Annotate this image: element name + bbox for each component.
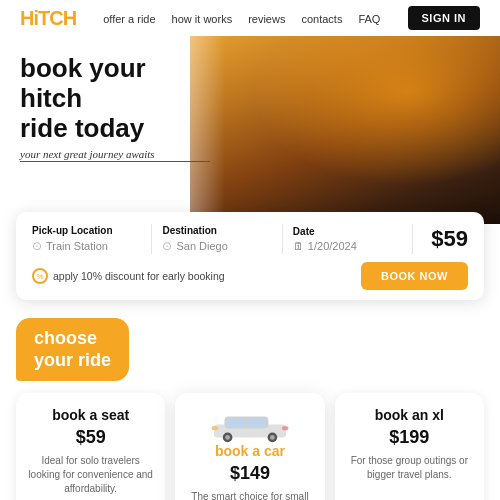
- car-description: The smart choice for small groups or fam…: [185, 490, 314, 500]
- date-field[interactable]: Date 🗓 1/20/2024: [293, 226, 402, 252]
- car-illustration: [210, 407, 290, 443]
- seat-price: $59: [76, 427, 106, 448]
- pickup-field[interactable]: Pick-up Location ⊙ Train Station: [32, 225, 141, 253]
- svg-marker-0: [190, 78, 500, 148]
- nav-faq[interactable]: FAQ: [358, 13, 380, 25]
- booking-fields: Pick-up Location ⊙ Train Station Destina…: [32, 224, 468, 254]
- pickup-value: Train Station: [46, 240, 108, 252]
- sign-in-button[interactable]: SIGN IN: [408, 6, 480, 30]
- choose-badge: choose your ride: [16, 318, 129, 381]
- nav-links: offer a ride how it works reviews contac…: [103, 11, 380, 26]
- destination-icon: ⊙: [162, 239, 172, 253]
- svg-line-4: [342, 149, 345, 168]
- xl-title: book an xl: [375, 407, 444, 423]
- date-value: 1/20/2024: [308, 240, 357, 252]
- divider-1: [151, 224, 152, 254]
- svg-point-13: [270, 435, 275, 440]
- svg-rect-14: [212, 426, 218, 430]
- svg-rect-8: [226, 418, 245, 427]
- calendar-icon: 🗓: [293, 240, 304, 252]
- svg-rect-9: [247, 418, 266, 427]
- ride-section: choose your ride book a seat $59 Ideal f…: [0, 318, 500, 500]
- discount-icon: %: [32, 268, 48, 284]
- svg-marker-1: [190, 97, 500, 149]
- divider-3: [412, 224, 413, 254]
- car-title: book a car: [215, 443, 285, 459]
- nav-contacts[interactable]: contacts: [301, 13, 342, 25]
- hero-text: book your hitch ride today your next gre…: [20, 54, 210, 160]
- destination-field[interactable]: Destination ⊙ San Diego: [162, 225, 271, 253]
- booking-price: $59: [423, 226, 468, 252]
- ride-card-car[interactable]: book a car $149 The smart choice for sma…: [175, 393, 324, 500]
- logo[interactable]: HiTCH: [20, 7, 76, 30]
- ride-card-xl[interactable]: book an xl $199 For those group outings …: [335, 393, 484, 500]
- booking-card: Pick-up Location ⊙ Train Station Destina…: [16, 212, 484, 300]
- hero-subtitle: your next great journey awaits: [20, 148, 210, 160]
- booking-bottom: % apply 10% discount for early booking B…: [32, 262, 468, 290]
- hero-section: book your hitch ride today your next gre…: [0, 36, 500, 224]
- ride-card-seat[interactable]: book a seat $59 Ideal for solo travelers…: [16, 393, 165, 500]
- hero-image: [190, 36, 500, 224]
- navbar: HiTCH offer a ride how it works reviews …: [0, 0, 500, 36]
- nav-how-it-works[interactable]: how it works: [172, 13, 233, 25]
- nav-reviews[interactable]: reviews: [248, 13, 285, 25]
- ride-cards: book a seat $59 Ideal for solo travelers…: [16, 393, 484, 500]
- car-price: $149: [230, 463, 270, 484]
- svg-point-11: [225, 435, 230, 440]
- hero-title: book your hitch ride today: [20, 54, 210, 144]
- discount-badge: % apply 10% discount for early booking: [32, 268, 225, 284]
- xl-price: $199: [389, 427, 429, 448]
- nav-offer-a-ride[interactable]: offer a ride: [103, 13, 155, 25]
- divider-2: [282, 224, 283, 254]
- svg-line-5: [338, 177, 342, 196]
- location-icon: ⊙: [32, 239, 42, 253]
- seat-title: book a seat: [52, 407, 129, 423]
- discount-text: apply 10% discount for early booking: [53, 270, 225, 282]
- destination-label: Destination: [162, 225, 271, 236]
- svg-rect-15: [282, 426, 288, 430]
- destination-value: San Diego: [176, 240, 227, 252]
- xl-description: For those group outings or bigger travel…: [345, 454, 474, 482]
- logo-tch: TCH: [38, 7, 76, 29]
- pickup-label: Pick-up Location: [32, 225, 141, 236]
- logo-hi: Hi: [20, 7, 38, 29]
- date-label: Date: [293, 226, 402, 237]
- seat-description: Ideal for solo travelers looking for con…: [26, 454, 155, 496]
- book-now-button[interactable]: BOOK NOW: [361, 262, 468, 290]
